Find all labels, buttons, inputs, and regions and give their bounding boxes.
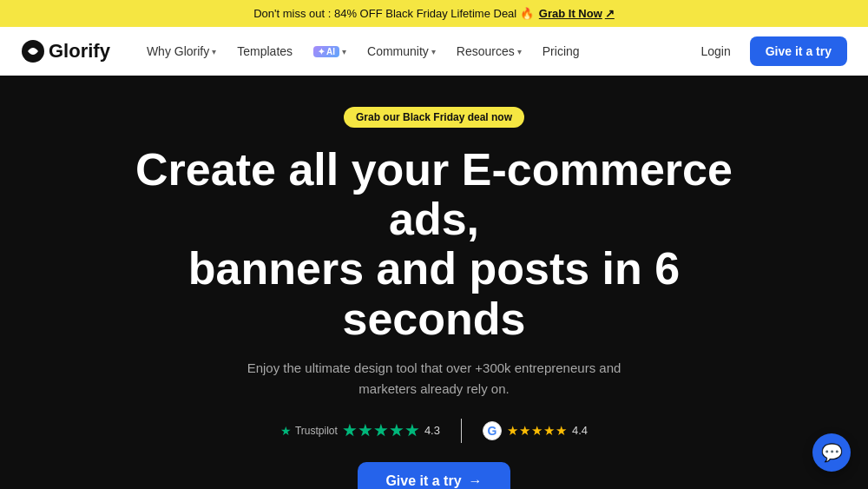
- nav-item-resources[interactable]: Resources ▾: [448, 39, 530, 63]
- google-logo: G: [483, 421, 502, 440]
- star-icon: [343, 424, 357, 438]
- ai-badge: ✦ AI: [313, 46, 339, 57]
- nav-item-ai[interactable]: ✦ AI ▾: [305, 41, 355, 63]
- star-icon: [358, 424, 372, 438]
- google-stars: ★ ★ ★ ★ ★: [507, 423, 567, 439]
- nav-item-pricing[interactable]: Pricing: [534, 39, 589, 63]
- star-icon: ★: [507, 423, 518, 439]
- hero-subtitle: Enjoy the ultimate design tool that over…: [243, 358, 625, 400]
- nav-item-why-glorify[interactable]: Why Glorify ▾: [138, 39, 225, 63]
- star-icon: [374, 424, 388, 438]
- banner-text: Don't miss out : 84% OFF Black Friday Li…: [253, 7, 534, 20]
- navbar-right: Login Give it a try: [692, 36, 847, 66]
- logo-text: Glorify: [49, 40, 110, 63]
- hero-cta-button[interactable]: Give it a try →: [358, 462, 510, 489]
- star-icon: [405, 424, 419, 438]
- nav-links: Why Glorify ▾ Templates ✦ AI ▾ Community…: [138, 39, 672, 63]
- trustpilot-stars: [343, 424, 419, 438]
- star-icon: [390, 424, 404, 438]
- ratings-row: ★ Trustpilot 4.3 G ★ ★ ★ ★ ★ 4.4: [280, 419, 588, 443]
- chevron-down-icon: ▾: [212, 47, 216, 56]
- chevron-down-icon: ▾: [517, 47, 522, 56]
- trustpilot-rating: ★ Trustpilot 4.3: [280, 424, 440, 438]
- hero-title: Create all your E-commerce ads, banners …: [130, 145, 738, 344]
- star-icon: ★: [543, 423, 555, 439]
- star-icon: ★: [519, 423, 530, 439]
- star-icon: ★: [531, 423, 542, 439]
- chevron-down-icon: ▾: [431, 47, 436, 56]
- star-icon: ★: [556, 423, 567, 439]
- black-friday-badge[interactable]: Grab our Black Friday deal now: [344, 107, 524, 128]
- chat-icon: 💬: [821, 442, 843, 463]
- logo[interactable]: Glorify: [21, 39, 110, 63]
- chat-widget[interactable]: 💬: [812, 433, 851, 472]
- nav-item-community[interactable]: Community ▾: [358, 39, 444, 63]
- navbar: Glorify Why Glorify ▾ Templates ✦ AI ▾ C…: [0, 27, 868, 76]
- google-rating: G ★ ★ ★ ★ ★ 4.4: [483, 421, 588, 440]
- nav-cta-button[interactable]: Give it a try: [750, 36, 847, 66]
- arrow-icon: →: [469, 473, 483, 489]
- chevron-down-icon: ▾: [342, 47, 346, 56]
- login-button[interactable]: Login: [692, 39, 739, 63]
- divider: [461, 419, 462, 443]
- top-banner: Don't miss out : 84% OFF Black Friday Li…: [0, 0, 868, 27]
- nav-item-templates[interactable]: Templates: [228, 39, 301, 63]
- trustpilot-logo: ★ Trustpilot: [280, 424, 338, 438]
- hero-section: Grab our Black Friday deal now Create al…: [0, 76, 868, 489]
- banner-cta[interactable]: Grab It Now ↗: [539, 7, 615, 20]
